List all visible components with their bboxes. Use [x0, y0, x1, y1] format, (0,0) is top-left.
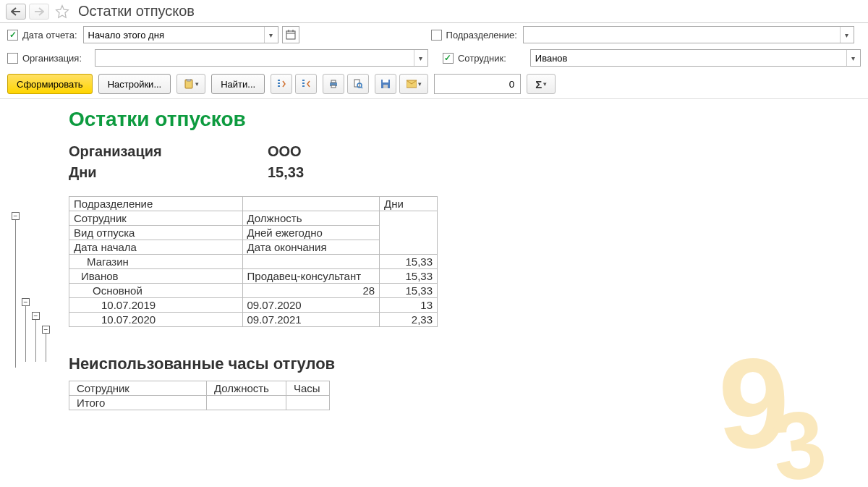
- tree-gutter: − − − −: [0, 99, 61, 481]
- hdr-employee: Сотрудник: [69, 211, 243, 226]
- division-field[interactable]: ▾: [523, 26, 854, 43]
- row-store: Магазин: [69, 255, 243, 269]
- collapse-all-button[interactable]: [295, 74, 317, 94]
- date-label: Дата отчета:: [22, 30, 77, 41]
- favorite-star-icon[interactable]: [55, 4, 69, 19]
- division-dropdown-icon[interactable]: ▾: [840, 27, 854, 43]
- row-p1-start: 10.07.2019: [69, 298, 243, 313]
- row-p1-end: 09.07.2020: [242, 298, 380, 313]
- row-emp-days: 15,33: [380, 269, 438, 284]
- hdr-start: Дата начала: [69, 240, 243, 255]
- employee-label: Сотрудник:: [458, 53, 524, 64]
- expand-all-button[interactable]: [271, 74, 292, 94]
- employee-checkbox[interactable]: [443, 53, 454, 64]
- division-input[interactable]: [524, 27, 840, 43]
- calendar-button[interactable]: [282, 26, 299, 43]
- numeric-input[interactable]: [434, 74, 521, 94]
- svg-line-11: [361, 87, 362, 88]
- preview-button[interactable]: [347, 74, 369, 94]
- printer-icon: [328, 79, 339, 89]
- org-input[interactable]: [95, 50, 414, 66]
- hdr-yearly: Дней ежегодно: [242, 226, 380, 240]
- summary-days-val: 15,33: [268, 162, 304, 183]
- save-button[interactable]: [375, 74, 396, 94]
- svg-rect-8: [331, 85, 336, 88]
- svg-rect-13: [383, 80, 388, 82]
- row-type-yearly: 28: [242, 284, 380, 298]
- tree-toggle-4[interactable]: −: [42, 326, 50, 334]
- arrow-left-icon: [11, 7, 21, 16]
- filter-row-2: Организация: ▾ Сотрудник: ▾: [0, 46, 868, 69]
- filter-row-1: Дата отчета: ▾ Подразделение: ▾: [0, 23, 868, 46]
- s2-hdr-hours: Часы: [286, 381, 330, 396]
- employee-input[interactable]: [531, 50, 846, 66]
- magnify-page-icon: [353, 79, 363, 89]
- page-title: Остатки отпусков: [78, 3, 195, 20]
- floppy-icon: [380, 79, 391, 89]
- generate-button[interactable]: Сформировать: [7, 74, 93, 94]
- report-title: Остатки отпусков: [69, 108, 861, 131]
- settings-button[interactable]: Настройки...: [98, 74, 171, 94]
- row-p1-days: 13: [380, 298, 438, 313]
- hdr-leavetype: Вид отпуска: [69, 226, 243, 240]
- table-row: Итого: [69, 396, 330, 410]
- watermark-93-icon: 9 3: [694, 328, 854, 487]
- row-p2-days: 2,33: [380, 313, 438, 327]
- forward-button[interactable]: [29, 4, 49, 20]
- hdr-end: Дата окончания: [242, 240, 380, 255]
- sigma-icon: Σ: [535, 78, 542, 90]
- s2-hdr-emp: Сотрудник: [69, 381, 207, 396]
- employee-field[interactable]: ▾: [530, 49, 861, 67]
- table-row: 10.07.2019 09.07.2020 13: [69, 298, 438, 313]
- section2-table: Сотрудник Должность Часы Итого: [69, 381, 330, 410]
- date-checkbox[interactable]: [7, 30, 18, 41]
- tree-toggle-1[interactable]: −: [12, 212, 20, 220]
- hdr-division: Подразделение: [69, 197, 243, 211]
- find-button[interactable]: Найти...: [211, 74, 265, 94]
- sigma-dropdown-button[interactable]: Σ ▾: [527, 74, 556, 94]
- table-row: Сотрудник Должность: [69, 211, 438, 226]
- date-field[interactable]: ▾: [83, 26, 278, 43]
- svg-text:3: 3: [765, 389, 833, 487]
- row-p2-end: 09.07.2021: [242, 313, 380, 327]
- email-dropdown-button[interactable]: ▾: [399, 74, 428, 94]
- s2-total: Итого: [69, 396, 207, 410]
- svg-rect-5: [187, 79, 191, 81]
- paste-dropdown-button[interactable]: ▾: [176, 74, 205, 94]
- clipboard-icon: [184, 79, 194, 89]
- division-checkbox[interactable]: [431, 30, 442, 41]
- back-button[interactable]: [6, 4, 26, 20]
- row-p2-start: 10.07.2020: [69, 313, 243, 327]
- table-row: Дата начала Дата окончания: [69, 240, 438, 255]
- svg-rect-0: [286, 31, 295, 39]
- main-table: Подразделение Дни Сотрудник Должность Ви…: [69, 196, 438, 327]
- expand-icon: [276, 79, 286, 89]
- tree-toggle-2[interactable]: −: [22, 298, 30, 306]
- table-row: 10.07.2020 09.07.2021 2,33: [69, 313, 438, 327]
- collapse-icon: [301, 79, 311, 89]
- top-bar: Остатки отпусков: [0, 0, 868, 23]
- org-label: Организация:: [22, 53, 89, 64]
- svg-rect-14: [383, 85, 388, 88]
- org-checkbox[interactable]: [7, 53, 18, 64]
- envelope-icon: [407, 80, 417, 88]
- org-field[interactable]: ▾: [95, 49, 428, 67]
- summary-days-key: Дни: [69, 162, 268, 183]
- summary-org-key: Организация: [69, 141, 268, 162]
- table-row: Магазин 15,33: [69, 255, 438, 269]
- row-store-days: 15,33: [380, 255, 438, 269]
- date-dropdown-icon[interactable]: ▾: [264, 27, 278, 43]
- s2-hdr-pos: Должность: [207, 381, 286, 396]
- division-label: Подразделение:: [446, 30, 517, 41]
- row-emp: Иванов: [69, 269, 243, 284]
- arrow-right-icon: [34, 7, 44, 16]
- table-row: Подразделение Дни: [69, 197, 438, 211]
- org-dropdown-icon[interactable]: ▾: [414, 50, 427, 66]
- table-row: Основной 28 15,33: [69, 284, 438, 298]
- date-input[interactable]: [84, 27, 264, 43]
- tree-toggle-3[interactable]: −: [32, 312, 40, 320]
- print-button[interactable]: [323, 74, 344, 94]
- employee-dropdown-icon[interactable]: ▾: [846, 50, 860, 66]
- svg-rect-7: [331, 80, 336, 82]
- hdr-position: Должность: [242, 211, 380, 226]
